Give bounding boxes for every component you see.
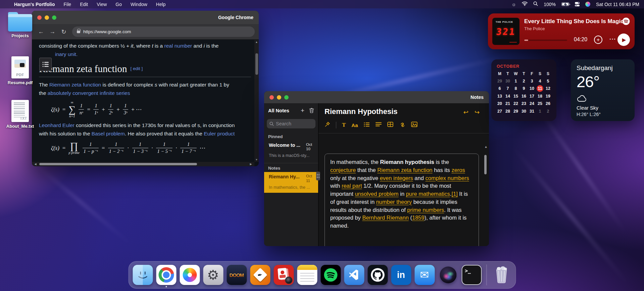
brightness-icon[interactable]: ☼ [512,2,516,7]
reload-button[interactable]: ↻ [59,28,69,36]
note-list-item-selected[interactable]: Riemann Hy... Oct11 In mathematics, the … [264,172,318,192]
dock-github-icon[interactable] [367,265,388,285]
edit-link[interactable]: [ edit ] [131,66,143,71]
dock-siri-icon[interactable] [438,265,458,285]
menu-edit[interactable]: Edit [80,2,88,7]
scrollbar-thumb[interactable] [39,163,197,165]
forward-button[interactable]: → [47,28,57,35]
pin-button[interactable] [325,121,330,129]
paragraph-2: Leonhard Euler considered this series in… [39,121,251,138]
contents-list-button[interactable] [39,58,52,71]
horizontal-scrollbar[interactable]: ◀ ▶ [32,162,254,166]
dock-photos-icon[interactable] [180,265,200,285]
dock-notes-icon[interactable] [297,265,317,285]
progress-bar[interactable] [524,40,567,41]
editor-scrollbar[interactable] [484,151,487,246]
calendar-widget[interactable]: OCTOBER MTWTFSS2930123456789101112131415… [491,59,556,121]
battery-icon[interactable] [561,2,569,6]
calendar-day: 19 [544,93,552,100]
scroll-up-arrow[interactable]: ▲ [254,41,259,44]
music-widget[interactable]: THE POLICE 321 Every Little Thing She Do… [488,13,635,49]
image-icon [411,122,417,127]
menu-window[interactable]: Window [131,2,147,7]
table-button[interactable] [387,122,393,128]
intro-line-2[interactable]: inary unit. [39,50,251,59]
calendar-day: 23 [520,100,528,107]
scrollbar-thumb[interactable] [255,53,258,75]
weather-widget[interactable]: Subedarganj 26° Clear Sky H:26° L:26° [571,59,635,121]
dock-linkedin-icon[interactable]: in [391,265,411,285]
track-title: Every Little Thing She Does Is Magic [524,18,620,25]
bullet-list-icon [364,122,370,127]
menu-go[interactable]: Go [115,2,122,7]
list-icon [42,61,49,67]
spotify-icon[interactable] [622,17,630,26]
scrollbar-thumb[interactable] [484,155,487,174]
dock-spotify-icon[interactable] [320,265,341,285]
scroll-left-arrow[interactable]: ◀ [33,163,38,166]
desktop-icon-resume[interactable]: PDF Resume.pdf [2,56,39,85]
dock-doom-icon[interactable]: DOOM [227,265,247,285]
note-list-item-pinned[interactable]: Welcome to ... Oct10 This is a macOS-sty… [264,140,318,161]
delete-note-button[interactable] [309,107,314,114]
menu-file[interactable]: File [64,2,71,7]
zoom-button[interactable] [284,95,289,100]
zeta-series-formula: ζ(s) = ∞ ∑ n=1 1nˢ = 11ˢ + 12ˢ + 13ˢ + ⋯ [51,101,251,118]
dock-finder-icon[interactable] [133,265,153,285]
menu-view[interactable]: View [97,2,107,7]
dock-design-app-icon[interactable]: ✒ [250,265,270,285]
new-note-button[interactable]: + [301,107,304,114]
dock-vscode-icon[interactable] [344,265,364,285]
vertical-scrollbar[interactable]: ▲ ▼ [254,40,259,162]
dock-camera-app-icon[interactable] [274,265,294,285]
dock-terminal-icon[interactable]: >_ [461,265,482,285]
close-button[interactable] [269,95,274,100]
more-options-button[interactable]: ··· [609,36,616,43]
url-text: https://www.google.com [83,29,131,34]
scroll-right-arrow[interactable]: ▶ [249,163,253,166]
notes-editor[interactable]: Riemann Hypothesis ↩ ↪ T Aa [318,103,489,246]
link-button[interactable] [399,121,405,129]
table-icon [387,122,393,127]
font-style-button[interactable]: Aa [351,122,358,128]
desktop: Hargun's Portfolio File Edit View Go Win… [0,0,644,291]
bullet-list-button[interactable] [364,122,370,128]
zoom-button[interactable] [52,15,56,20]
notes-titlebar[interactable]: Notes [264,91,489,103]
title-format-button[interactable]: T [342,122,346,128]
undo-button[interactable]: ↩ [463,109,468,116]
url-bar[interactable]: https://www.google.com [72,26,255,37]
redo-button[interactable]: ↪ [475,109,480,116]
wifi-icon[interactable] [522,1,528,7]
control-center-icon[interactable] [575,2,580,6]
play-icon: ▶ [622,37,626,43]
dock-settings-icon[interactable]: ⚙ [203,265,223,285]
desktop-icon-projects[interactable]: Projects [2,11,39,38]
spotlight-search-icon[interactable] [533,1,538,7]
active-app-menu[interactable]: Hargun's Portfolio [14,2,55,7]
minimize-button[interactable] [45,15,49,20]
scroll-down-arrow[interactable]: ▼ [254,158,259,161]
chrome-titlebar[interactable]: Google Chrome [32,11,259,24]
add-button[interactable]: + [594,36,602,44]
sidebar-resize-handle[interactable] [316,172,320,180]
battery-percent: 100% [544,2,556,7]
play-button[interactable]: ▶ [617,34,630,46]
note-content-block[interactable]: In mathematics, the Riemann hypothesis i… [325,154,479,246]
calendar-day: 3 [528,78,536,84]
dock: ⚙ DOOM ✒ in ✉ >_ [128,261,516,289]
dock-trash-icon[interactable] [491,265,511,285]
dock-mail-icon[interactable]: ✉ [414,265,435,285]
image-button[interactable] [411,122,417,128]
siri-icon[interactable] [585,2,590,7]
dock-chrome-icon[interactable] [156,265,176,285]
calendar-day: 9 [520,85,528,92]
menu-bar-clock[interactable]: Sat Oct 11 06:43 PM [596,2,639,7]
scroll-up-arrow[interactable]: ▲ [484,145,488,149]
minimize-button[interactable] [277,95,281,100]
search-input[interactable]: Search [267,119,315,128]
menu-help[interactable]: Help [156,2,166,7]
justify-button[interactable] [376,122,382,128]
wikipedia-content: consisting of the complex numbers ½ + it… [32,40,254,162]
desktop-icon-aboutme[interactable]: TXT About_Me.txt [2,100,39,129]
